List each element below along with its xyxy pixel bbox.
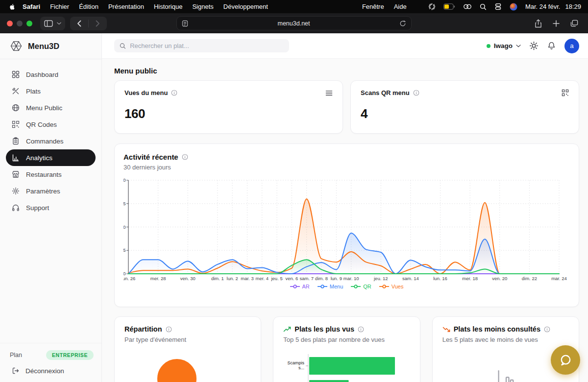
sidebar-item-restaurants[interactable]: Restaurants <box>6 166 96 183</box>
legend-item-vues[interactable]: Vues <box>379 284 404 289</box>
chart-legend: ARMenuQRVues <box>123 284 570 289</box>
legend-label: QR <box>363 284 371 289</box>
menu-aide[interactable]: Aide <box>389 3 412 10</box>
menu-edition[interactable]: Édition <box>74 3 103 10</box>
sidebar-item-label: Paramètres <box>26 188 60 195</box>
svg-text:sam. 7: sam. 7 <box>299 276 314 281</box>
sidebar-item-commandes[interactable]: Commandes <box>6 133 96 149</box>
user-picture-icon[interactable] <box>510 3 517 11</box>
zoom-window-button[interactable] <box>26 21 32 26</box>
activity-title: Activité récente <box>123 153 178 161</box>
safari-toolbar: menu3d.net <box>0 13 588 33</box>
svg-text:15: 15 <box>123 201 126 206</box>
battery-icon[interactable] <box>443 3 455 10</box>
sidebar-item-analytics[interactable]: Analytics <box>6 149 96 166</box>
notifications-button[interactable] <box>547 41 556 50</box>
sidebar-footer: Plan ENTREPRISE Déconnexion <box>0 343 101 382</box>
top-plats-title: Plats les plus vus <box>294 325 354 333</box>
svg-text:jeu. 12: jeu. 12 <box>373 276 388 281</box>
info-icon[interactable] <box>182 154 188 160</box>
legend-label: AR <box>302 284 310 289</box>
search-bar[interactable] <box>114 39 289 52</box>
logout-button[interactable]: Déconnexion <box>8 367 94 375</box>
sidebar-item-menu-public[interactable]: Menu Public <box>6 99 96 116</box>
control-stack-icon[interactable] <box>494 3 502 10</box>
new-tab-icon[interactable] <box>553 20 560 27</box>
share-icon[interactable] <box>535 19 542 28</box>
svg-text:dim. 22: dim. 22 <box>522 276 537 281</box>
logout-label: Déconnexion <box>25 367 64 375</box>
grid-icon <box>12 71 20 79</box>
legend-item-ar[interactable]: AR <box>290 284 310 289</box>
svg-text:mar. 10: mar. 10 <box>343 276 359 281</box>
app-logo[interactable]: Menu3D <box>0 33 101 59</box>
menu-bar-clock[interactable]: Mar. 24 févr. 18:29 <box>525 3 581 10</box>
info-icon[interactable] <box>413 90 419 96</box>
legend-item-menu[interactable]: Menu <box>318 284 343 289</box>
minimize-window-button[interactable] <box>17 21 23 26</box>
user-avatar[interactable]: a <box>564 39 579 53</box>
menu-fenetre[interactable]: Fenêtre <box>357 3 389 10</box>
restaurant-selector[interactable]: Iwago <box>487 42 521 49</box>
headphones-icon <box>12 204 20 212</box>
legend-item-qr[interactable]: QR <box>351 284 371 289</box>
sidebar-toggle-icon[interactable] <box>44 20 53 27</box>
svg-text:mer. 28: mer. 28 <box>150 276 166 281</box>
page-title: Menu public <box>114 67 579 75</box>
close-window-button[interactable] <box>7 21 13 26</box>
brightness-star-icon[interactable] <box>428 3 436 10</box>
back-button[interactable] <box>74 20 84 27</box>
tab-overview-icon[interactable] <box>570 20 578 27</box>
sidebar-item-label: Support <box>26 204 49 212</box>
svg-text:lun. 26: lun. 26 <box>123 276 135 281</box>
menu-developpement[interactable]: Développement <box>219 3 273 10</box>
low-plats-title: Plats les moins consultés <box>454 325 540 333</box>
svg-text:lun. 16: lun. 16 <box>433 276 447 281</box>
activity-card: Activité récente 30 derniers jours 05101… <box>114 143 579 307</box>
svg-text:mer. 18: mer. 18 <box>462 276 478 281</box>
chevron-down-icon <box>516 45 521 48</box>
spotlight-search-icon[interactable] <box>480 3 487 10</box>
stat-value: 160 <box>124 106 333 121</box>
search-input[interactable] <box>130 42 284 49</box>
menu-bar-date: Mar. 24 févr. <box>525 3 561 10</box>
plan-label: Plan <box>8 352 22 358</box>
info-icon[interactable] <box>166 326 172 333</box>
sidebar-nav: Dashboard Plats Menu Public QR Codes Com… <box>0 59 101 216</box>
address-bar[interactable]: menu3d.net <box>176 16 412 30</box>
menu-safari[interactable]: Safari <box>18 3 45 10</box>
legend-line-icon <box>290 285 300 288</box>
sidebar-item-plats[interactable]: Plats <box>6 83 96 99</box>
sidebar-item-parametres[interactable]: Paramètres <box>6 183 96 199</box>
svg-text:sam. 14: sam. 14 <box>402 276 419 281</box>
menu-signets[interactable]: Signets <box>187 3 218 10</box>
menu-historique[interactable]: Historique <box>149 3 188 10</box>
apple-menu-icon[interactable] <box>9 3 16 10</box>
forward-button[interactable] <box>93 20 103 27</box>
sidebar-item-label: Plats <box>26 88 41 95</box>
search-icon <box>120 43 126 49</box>
sidebar-item-qr-codes[interactable]: QR Codes <box>6 116 96 133</box>
svg-text:ven. 20: ven. 20 <box>492 276 507 281</box>
chat-widget-button[interactable] <box>551 345 580 375</box>
svg-text:dim. 1: dim. 1 <box>211 276 224 281</box>
repartition-donut-chart <box>157 359 196 382</box>
info-icon[interactable] <box>171 90 177 96</box>
clipboard-icon <box>12 137 20 145</box>
sidebar-item-support[interactable]: Support <box>6 199 96 216</box>
theme-toggle-button[interactable] <box>529 41 539 50</box>
screen: Safari Fichier Édition Présentation Hist… <box>0 0 588 382</box>
info-icon[interactable] <box>544 326 550 333</box>
stat-card-vues: Vues du menu 160 <box>114 80 343 134</box>
low-plats-subtitle: Les 5 plats avec le moins de vues <box>442 336 569 343</box>
menu-presentation[interactable]: Présentation <box>103 3 149 10</box>
page-settings-icon[interactable] <box>182 20 188 27</box>
menu-fichier[interactable]: Fichier <box>45 3 74 10</box>
sidebar-item-dashboard[interactable]: Dashboard <box>6 66 96 83</box>
svg-text:20: 20 <box>123 177 126 183</box>
sidebar-chevron-icon[interactable] <box>57 22 61 25</box>
hotspot-link-icon[interactable] <box>463 3 472 10</box>
reload-icon[interactable] <box>399 20 406 27</box>
stat-card-title: Scans QR menu <box>361 89 410 96</box>
info-icon[interactable] <box>358 326 364 333</box>
